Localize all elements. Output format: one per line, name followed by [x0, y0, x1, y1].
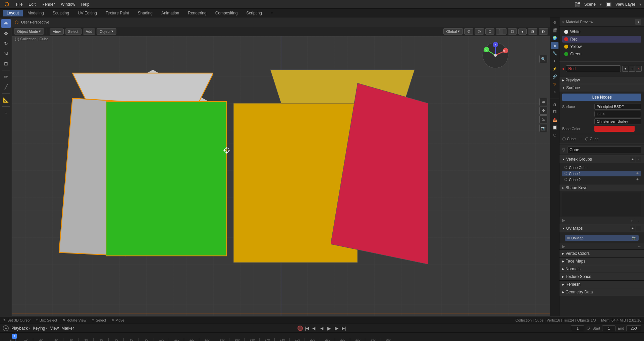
- uv-remove-btn[interactable]: -: [636, 226, 641, 231]
- xray-btn[interactable]: ⬛: [496, 28, 506, 35]
- vg-cube2[interactable]: ⬡ Cube 2 👁: [562, 177, 641, 182]
- jump-start-btn[interactable]: |◀: [304, 325, 310, 332]
- material-yellow[interactable]: Yellow: [562, 43, 641, 50]
- view-layer-name[interactable]: View Layer: [615, 2, 635, 7]
- tab-add[interactable]: +: [267, 10, 277, 16]
- vertex-colors-header[interactable]: ▶ Vertex Colors: [559, 249, 644, 257]
- prop-physics-icon[interactable]: ⚡: [551, 65, 558, 72]
- sk-label[interactable]: Shape Keys: [566, 185, 587, 190]
- viewport-tool-3[interactable]: ⇲: [539, 115, 547, 123]
- remesh-header[interactable]: ▶ Remesh: [559, 280, 644, 288]
- material-white[interactable]: White: [562, 29, 641, 35]
- viewport-3d[interactable]: ⬡ User Perspective Object Mode ▾ View Se…: [12, 17, 550, 324]
- prop-scene-icon[interactable]: 🎬: [551, 26, 558, 34]
- viewport-search-btn[interactable]: 🔍: [539, 55, 547, 63]
- prop-shader-icon[interactable]: ◑: [551, 101, 558, 108]
- start-frame-input[interactable]: 1: [602, 325, 615, 331]
- surface-section-header[interactable]: ▼ Surface: [559, 84, 644, 92]
- snap-btn[interactable]: ⊙: [464, 28, 473, 35]
- tool-move[interactable]: ✥: [1, 29, 11, 38]
- tab-rendering[interactable]: Rendering: [184, 10, 210, 16]
- prop-object-icon[interactable]: ◈: [551, 42, 558, 49]
- play-btn[interactable]: ▶: [326, 325, 332, 332]
- material-red[interactable]: Red: [562, 36, 641, 43]
- vertex-groups-header[interactable]: ▼ Vertex Groups + -: [559, 155, 644, 163]
- tool-measure[interactable]: 📐: [1, 95, 11, 105]
- texture-space-header[interactable]: ▶ Texture Space: [559, 273, 644, 280]
- expand-viewlayer-icon[interactable]: ▾: [639, 2, 641, 7]
- uvmap-camera-icon[interactable]: 📷: [632, 236, 637, 240]
- sk-remove-btn[interactable]: -: [636, 218, 641, 223]
- tab-sculpting[interactable]: Sculpting: [49, 10, 73, 16]
- sk-add-btn[interactable]: +: [629, 218, 635, 223]
- timeline-ruler[interactable]: 1 1 10 20 30 40 50 60 70 80 90 100 110 1…: [0, 333, 644, 341]
- vg-cube-cube[interactable]: ⬡ Cube Cube: [562, 165, 641, 170]
- uv-more-icon[interactable]: ···: [638, 244, 641, 249]
- select-menu[interactable]: Select: [65, 29, 82, 35]
- shade-solid[interactable]: ●: [518, 29, 527, 35]
- menu-file[interactable]: File: [13, 1, 25, 7]
- tool-annotate2[interactable]: ╱: [1, 82, 11, 92]
- playback-menu[interactable]: Playback ▾: [11, 326, 30, 331]
- tab-texture-paint[interactable]: Texture Paint: [102, 10, 133, 16]
- end-frame-input[interactable]: 250: [626, 325, 641, 331]
- tab-layout[interactable]: Layout: [3, 10, 23, 16]
- preview-section-header[interactable]: ▶ Preview: [559, 76, 644, 84]
- face-maps-header[interactable]: ▶ Face Maps: [559, 257, 644, 265]
- vg-remove-btn[interactable]: -: [636, 157, 641, 162]
- prop-constraint-icon[interactable]: 🔗: [551, 73, 558, 80]
- scene-name[interactable]: Scene: [584, 2, 596, 7]
- tool-cursor[interactable]: ⊕: [1, 19, 11, 28]
- menu-help[interactable]: Help: [78, 1, 92, 7]
- playhead-marker[interactable]: 1: [12, 334, 17, 339]
- prop-render-icon[interactable]: 🎞: [551, 108, 558, 116]
- marker-menu[interactable]: Marker: [61, 326, 74, 331]
- menu-edit[interactable]: Edit: [26, 1, 38, 7]
- material-green[interactable]: Green: [562, 51, 641, 57]
- prop-scene2-icon[interactable]: ⬡: [551, 131, 558, 139]
- viewport-tool-1[interactable]: ⊕: [539, 98, 547, 106]
- tool-annotate[interactable]: ✏: [1, 72, 11, 81]
- step-back-btn[interactable]: ◀|: [311, 325, 318, 332]
- new-mat-btn[interactable]: +: [629, 66, 635, 72]
- view-menu[interactable]: View: [50, 29, 64, 35]
- cube-left[interactable]: [39, 70, 223, 258]
- proportional-btn[interactable]: ◎: [475, 28, 484, 35]
- global-dropdown[interactable]: Global ▾: [443, 28, 463, 35]
- material-name-input[interactable]: Red: [566, 65, 621, 72]
- vg-cube[interactable]: ⬡ Cube 1 👁: [562, 171, 641, 176]
- step-forward-btn[interactable]: |▶: [333, 325, 340, 332]
- keying-menu[interactable]: Keying ▾: [33, 326, 48, 331]
- object-menu[interactable]: Object ▾: [97, 28, 116, 35]
- menu-render[interactable]: Render: [39, 1, 57, 7]
- shade-wire[interactable]: ◻: [508, 28, 517, 35]
- prop-data-icon[interactable]: ▽: [551, 80, 558, 88]
- uv-expand-icon[interactable]: ▶: [562, 244, 565, 249]
- scene-3d-canvas[interactable]: X Y Z 🔍 ⊕ ✥ ⇲ 📷: [12, 36, 550, 324]
- prop-tool-icon[interactable]: ⚙: [551, 19, 558, 26]
- overlay-btn[interactable]: ⊡: [485, 28, 494, 35]
- tab-shading[interactable]: Shading: [134, 10, 157, 16]
- viewport-tool-4[interactable]: 📷: [539, 124, 547, 132]
- geometry-data-header[interactable]: ▶ Geometry Data: [559, 288, 644, 296]
- uvmap-item[interactable]: ⊞ UVMap 📷: [565, 235, 639, 241]
- object-mode-dropdown[interactable]: Object Mode ▾: [14, 28, 44, 35]
- prop-material-icon[interactable]: ○: [551, 88, 558, 96]
- surface-type-value[interactable]: Principled BSDF: [594, 104, 641, 110]
- tab-scripting[interactable]: Scripting: [242, 10, 266, 16]
- reverse-play-btn[interactable]: ◀: [318, 325, 325, 332]
- shade-rendered[interactable]: ◐: [539, 28, 548, 35]
- tab-animation[interactable]: Animation: [157, 10, 183, 16]
- tool-add[interactable]: +: [1, 108, 11, 118]
- tab-compositing[interactable]: Compositing: [211, 10, 242, 16]
- tab-modeling[interactable]: Modeling: [23, 10, 48, 16]
- prop-view-layer-icon[interactable]: 🔲: [551, 124, 558, 131]
- prop-modifier-icon[interactable]: 🔧: [551, 50, 558, 57]
- tool-rotate[interactable]: ↻: [1, 39, 11, 48]
- normals-header[interactable]: ▶ Normals: [559, 265, 644, 273]
- delete-mat-btn[interactable]: ×: [636, 66, 642, 72]
- tab-uv-editing[interactable]: UV Editing: [74, 10, 101, 16]
- cube-right[interactable]: [233, 66, 428, 264]
- browse-material-btn[interactable]: ▾: [635, 19, 641, 25]
- vg-add-btn[interactable]: +: [630, 157, 635, 162]
